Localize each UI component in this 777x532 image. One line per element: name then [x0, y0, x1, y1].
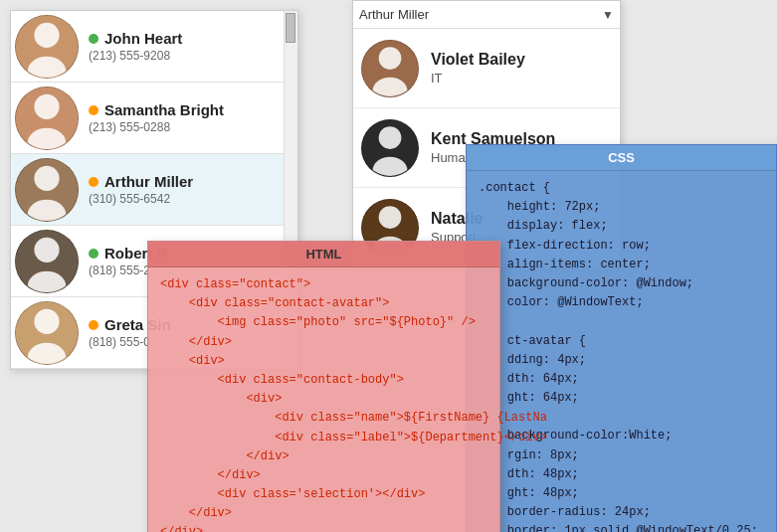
css-code-content: .contact { height: 72px; display: flex; … [467, 171, 776, 532]
dropdown-selected-value: Arthur Miller [359, 7, 429, 22]
avatar [15, 87, 79, 150]
status-dot [89, 177, 98, 187]
svg-point-16 [379, 47, 402, 70]
status-dot [89, 320, 98, 330]
svg-point-13 [34, 308, 59, 333]
contact-name: John Heart [104, 30, 182, 47]
contact-item[interactable]: John Heart (213) 555-9208 [11, 11, 297, 83]
dropdown-item-name: Violet Bailey [431, 51, 525, 69]
avatar [15, 301, 79, 365]
contact-info: Samantha Bright (213) 555-0288 [89, 101, 278, 134]
dropdown-header[interactable]: Arthur Miller ▼ [353, 1, 620, 29]
dropdown-item-info: Violet Bailey IT [431, 51, 525, 86]
status-dot [89, 249, 98, 259]
svg-point-4 [34, 93, 59, 118]
dropdown-item-dept: IT [431, 71, 525, 86]
contact-name: Arthur Miller [104, 173, 193, 190]
scrollbar-thumb[interactable] [286, 13, 295, 43]
svg-point-19 [379, 126, 402, 149]
contact-item[interactable]: Samantha Bright (213) 555-0288 [11, 83, 297, 154]
avatar [15, 230, 79, 293]
dropdown-avatar [361, 40, 419, 97]
contact-phone: (213) 555-9208 [89, 49, 278, 63]
dropdown-avatar [361, 119, 419, 177]
dropdown-arrow-icon[interactable]: ▼ [602, 8, 614, 22]
avatar [15, 158, 79, 222]
html-code-content: <div class="contact"> <div class="contac… [148, 267, 499, 532]
contact-item[interactable]: Arthur Miller (310) 555-6542 [11, 154, 297, 226]
contact-phone: (310) 555-6542 [89, 192, 278, 206]
dropdown-item[interactable]: Violet Bailey IT [353, 29, 620, 108]
css-code-panel: CSS .contact { height: 72px; display: fl… [466, 144, 777, 532]
status-dot [89, 105, 98, 115]
svg-point-7 [34, 165, 59, 190]
status-dot [89, 34, 98, 44]
svg-point-10 [34, 237, 59, 262]
contact-phone: (213) 555-0288 [89, 120, 278, 134]
html-panel-title: HTML [148, 242, 499, 267]
contact-info: John Heart (213) 555-9208 [89, 30, 278, 63]
contact-name: Samantha Bright [104, 101, 224, 118]
contact-info: Arthur Miller (310) 555-6542 [89, 173, 278, 206]
avatar [15, 15, 79, 79]
svg-point-1 [34, 22, 59, 47]
html-code-panel: HTML <div class="contact"> <div class="c… [147, 241, 500, 532]
svg-point-22 [379, 206, 402, 229]
css-panel-title: CSS [467, 145, 776, 171]
